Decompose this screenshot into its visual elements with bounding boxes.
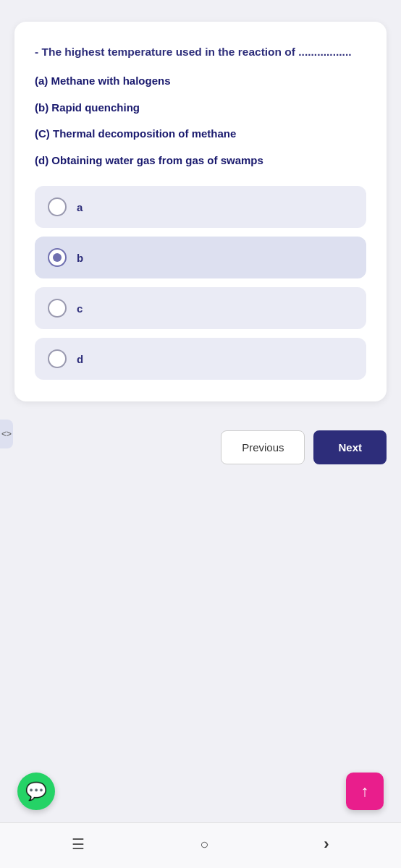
whatsapp-icon: 💬 bbox=[25, 781, 47, 801]
option-label-d: (d) Obtaining water gas from gas of swam… bbox=[35, 153, 366, 169]
option-letter-d: d bbox=[77, 353, 83, 365]
radio-b-inner bbox=[53, 253, 62, 262]
question-card: - The highest temperature used in the re… bbox=[14, 22, 387, 401]
radio-d[interactable] bbox=[48, 349, 67, 368]
question-text: - The highest temperature used in the re… bbox=[35, 43, 366, 60]
option-letter-a: a bbox=[77, 201, 83, 213]
radio-a[interactable] bbox=[48, 197, 67, 216]
bottom-nav-bar: ☰ ○ › bbox=[0, 822, 401, 868]
navigation-area: Previous Next bbox=[14, 430, 387, 464]
radio-b[interactable] bbox=[48, 248, 67, 267]
option-label-a: (a) Methane with halogens bbox=[35, 73, 366, 90]
scroll-top-icon: ↑ bbox=[361, 782, 369, 801]
sidebar-arrow-icon: <> bbox=[1, 429, 12, 439]
home-icon[interactable]: ○ bbox=[200, 836, 208, 853]
forward-icon[interactable]: › bbox=[324, 835, 329, 854]
next-button[interactable]: Next bbox=[313, 430, 387, 464]
option-label-c: (C) Thermal decomposition of methane bbox=[35, 126, 366, 142]
option-row-c[interactable]: c bbox=[35, 287, 366, 329]
previous-button[interactable]: Previous bbox=[221, 430, 305, 464]
scroll-top-fab[interactable]: ↑ bbox=[346, 773, 384, 810]
option-letter-b: b bbox=[77, 252, 83, 264]
radio-c[interactable] bbox=[48, 299, 67, 318]
option-row-d[interactable]: d bbox=[35, 338, 366, 380]
option-label-b: (b) Rapid quenching bbox=[35, 100, 366, 116]
sidebar-handle[interactable]: <> bbox=[0, 420, 13, 448]
option-letter-c: c bbox=[77, 302, 83, 315]
options-section: a b c d bbox=[35, 186, 366, 380]
whatsapp-fab[interactable]: 💬 bbox=[17, 773, 55, 810]
option-row-b[interactable]: b bbox=[35, 237, 366, 278]
menu-icon[interactable]: ☰ bbox=[72, 835, 85, 853]
option-row-a[interactable]: a bbox=[35, 186, 366, 228]
